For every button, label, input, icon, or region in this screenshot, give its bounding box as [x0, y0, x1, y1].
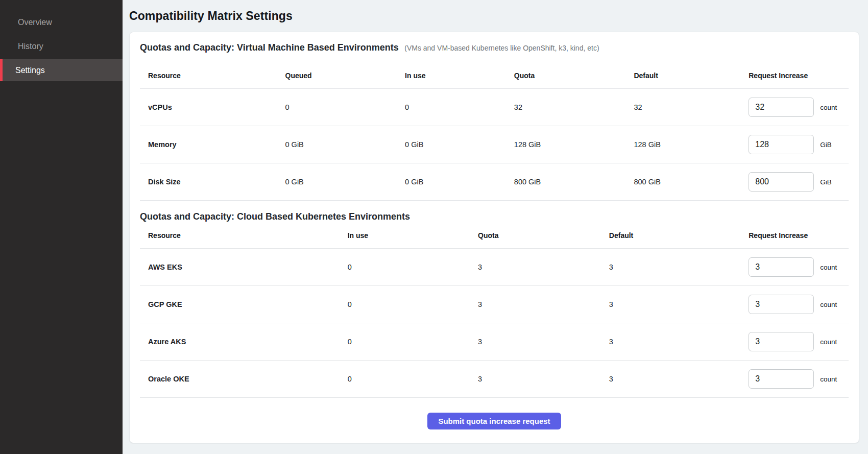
quota-settings-card: Quotas and Capacity: Virtual Machine Bas…: [129, 32, 859, 443]
queued-cell: 0 GiB: [285, 178, 405, 186]
in-use-cell: 0: [405, 103, 514, 111]
table-row: Azure AKS 0 3 3 count: [140, 323, 849, 361]
in-use-cell: 0: [348, 338, 478, 346]
default-cell: 32: [634, 103, 749, 111]
table-row: GCP GKE 0 3 3 count: [140, 286, 849, 323]
request-increase-input[interactable]: [749, 135, 814, 154]
default-cell: 3: [609, 338, 749, 346]
column-header-resource: Resource: [140, 231, 348, 240]
request-increase-input[interactable]: [749, 369, 814, 389]
cloud-table-header-row: Resource In use Quota Default Request In…: [140, 222, 849, 249]
column-header-in-use: In use: [405, 71, 514, 80]
table-row: Disk Size 0 GiB 0 GiB 800 GiB 800 GiB Gi…: [140, 163, 849, 201]
vm-quota-table: Resource Queued In use Quota Default Req…: [140, 62, 849, 201]
request-increase-input[interactable]: [749, 172, 814, 192]
quota-cell: 3: [478, 338, 609, 346]
table-row: Oracle OKE 0 3 3 count: [140, 361, 849, 398]
default-cell: 800 GiB: [634, 178, 749, 186]
unit-label: count: [820, 338, 837, 346]
table-row: Memory 0 GiB 0 GiB 128 GiB 128 GiB GiB: [140, 126, 849, 163]
request-increase-cell: count: [749, 369, 849, 389]
request-increase-input[interactable]: [749, 257, 814, 277]
in-use-cell: 0 GiB: [405, 140, 514, 149]
default-cell: 3: [609, 375, 749, 383]
submit-quota-increase-button[interactable]: Submit quota increase request: [427, 413, 561, 429]
cloud-section-title: Quotas and Capacity: Cloud Based Kuberne…: [140, 211, 410, 222]
resource-name-cell: GCP GKE: [140, 300, 348, 308]
card-footer: Submit quota increase request: [140, 398, 849, 429]
quota-cell: 3: [478, 375, 609, 383]
unit-label: count: [820, 301, 837, 308]
vm-section-title: Quotas and Capacity: Virtual Machine Bas…: [140, 42, 399, 53]
sidebar-item-settings[interactable]: Settings: [0, 59, 123, 81]
column-header-request-increase: Request Increase: [749, 71, 849, 80]
default-cell: 3: [609, 300, 749, 308]
resource-name-cell: vCPUs: [140, 103, 285, 111]
column-header-request-increase: Request Increase: [749, 231, 849, 240]
resource-name-cell: Disk Size: [140, 178, 285, 186]
unit-label: count: [820, 264, 837, 271]
quota-cell: 3: [478, 263, 609, 271]
vm-table-header-row: Resource Queued In use Quota Default Req…: [140, 62, 849, 89]
request-increase-cell: count: [749, 332, 849, 351]
queued-cell: 0 GiB: [285, 140, 405, 149]
resource-name-cell: AWS EKS: [140, 263, 348, 271]
queued-cell: 0: [285, 103, 405, 111]
request-increase-input[interactable]: [749, 98, 814, 117]
cloud-quota-table: Resource In use Quota Default Request In…: [140, 222, 849, 398]
default-cell: 128 GiB: [634, 140, 749, 149]
column-header-resource: Resource: [140, 71, 285, 80]
request-increase-cell: GiB: [749, 135, 849, 154]
quota-cell: 32: [514, 103, 634, 111]
column-header-quota: Quota: [478, 231, 609, 240]
request-increase-input[interactable]: [749, 295, 814, 314]
sidebar-item-label: History: [18, 42, 43, 51]
unit-label: count: [820, 104, 837, 111]
cloud-section-header: Quotas and Capacity: Cloud Based Kuberne…: [140, 211, 849, 222]
resource-name-cell: Memory: [140, 140, 285, 149]
page-title: Compatibility Matrix Settings: [129, 9, 859, 23]
table-row: vCPUs 0 0 32 32 count: [140, 89, 849, 126]
main-content: Compatibility Matrix Settings Quotas and…: [123, 0, 868, 454]
unit-label: count: [820, 375, 837, 383]
column-header-quota: Quota: [514, 71, 634, 80]
resource-name-cell: Oracle OKE: [140, 375, 348, 383]
in-use-cell: 0: [348, 263, 478, 271]
unit-label: GiB: [820, 178, 832, 186]
column-header-default: Default: [609, 231, 749, 240]
sidebar-item-label: Settings: [15, 66, 45, 75]
column-header-default: Default: [634, 71, 749, 80]
request-increase-cell: count: [749, 257, 849, 277]
sidebar: Overview History Settings: [0, 0, 123, 454]
table-row: AWS EKS 0 3 3 count: [140, 249, 849, 286]
in-use-cell: 0: [348, 300, 478, 308]
in-use-cell: 0: [348, 375, 478, 383]
column-header-queued: Queued: [285, 71, 405, 80]
in-use-cell: 0 GiB: [405, 178, 514, 186]
sidebar-item-overview[interactable]: Overview: [0, 11, 123, 33]
quota-cell: 128 GiB: [514, 140, 634, 149]
vm-section-header: Quotas and Capacity: Virtual Machine Bas…: [140, 42, 849, 53]
quota-cell: 3: [478, 300, 609, 308]
vm-section-subtitle: (VMs and VM-based Kubernetes like OpenSh…: [404, 44, 599, 52]
sidebar-item-history[interactable]: History: [0, 35, 123, 57]
column-header-in-use: In use: [348, 231, 478, 240]
request-increase-cell: count: [749, 98, 849, 117]
resource-name-cell: Azure AKS: [140, 338, 348, 346]
sidebar-item-label: Overview: [18, 18, 52, 27]
request-increase-input[interactable]: [749, 332, 814, 351]
request-increase-cell: GiB: [749, 172, 849, 192]
unit-label: GiB: [820, 141, 832, 149]
default-cell: 3: [609, 263, 749, 271]
quota-cell: 800 GiB: [514, 178, 634, 186]
request-increase-cell: count: [749, 295, 849, 314]
